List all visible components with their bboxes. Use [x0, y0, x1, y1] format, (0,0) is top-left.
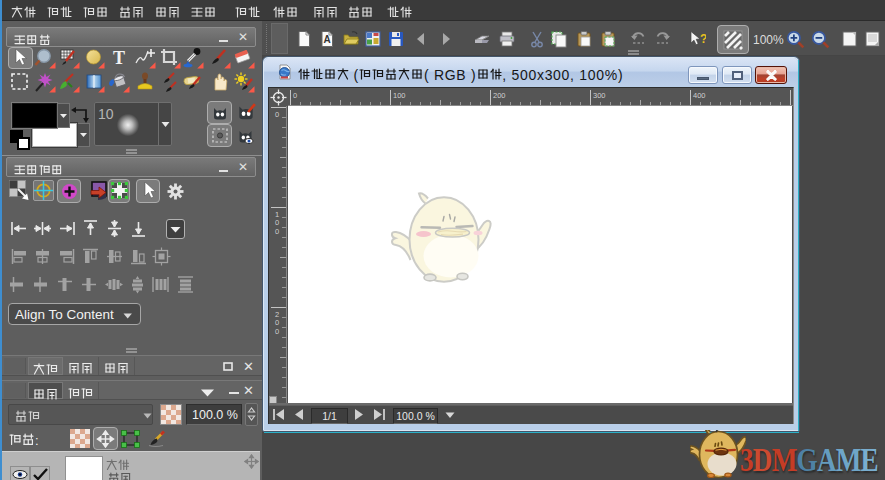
svg-text:?: ?: [700, 32, 706, 46]
svg-text:100: 100: [393, 91, 406, 100]
svg-text:0: 0: [275, 327, 279, 336]
svg-text:0: 0: [275, 110, 279, 119]
svg-text:200: 200: [493, 91, 506, 100]
svg-text:T: T: [113, 48, 125, 68]
svg-text:A: A: [323, 34, 330, 45]
svg-text:0: 0: [293, 91, 297, 100]
svg-text:400: 400: [693, 91, 706, 100]
svg-text:300: 300: [593, 91, 606, 100]
svg-text:0: 0: [275, 227, 279, 236]
